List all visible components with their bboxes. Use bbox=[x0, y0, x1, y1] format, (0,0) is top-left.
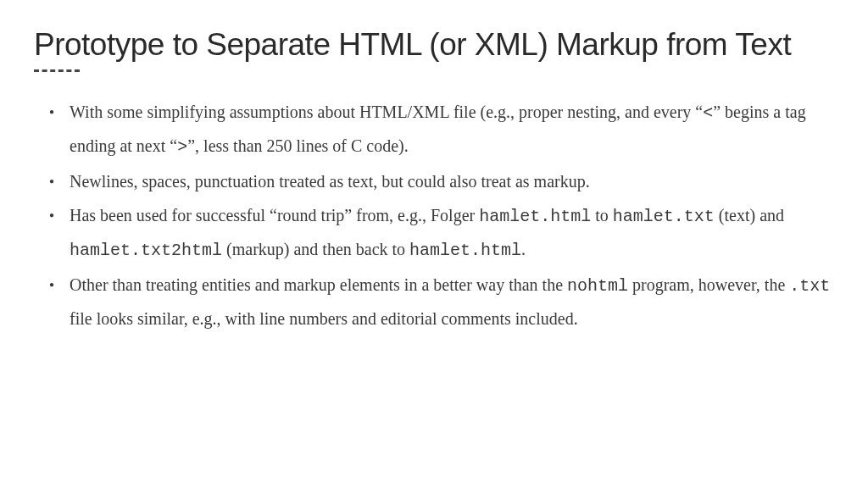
bullet-text: to bbox=[591, 206, 613, 225]
code-lt: < bbox=[703, 103, 713, 123]
bullet-text: file looks similar, e.g., with line numb… bbox=[70, 309, 578, 328]
bullet-text: (markup) and then back to bbox=[222, 240, 409, 258]
code-hamlet-txt: hamlet.txt bbox=[613, 207, 715, 226]
bullet-text: With some simplifying assumptions about … bbox=[70, 103, 703, 121]
bullet-list: With some simplifying assumptions about … bbox=[34, 96, 834, 335]
list-item: With some simplifying assumptions about … bbox=[70, 96, 834, 164]
bullet-text: . bbox=[521, 240, 526, 258]
title-underline bbox=[34, 69, 80, 72]
bullet-text: Other than treating entities and markup … bbox=[70, 275, 567, 294]
code-hamlet-html: hamlet.html bbox=[479, 207, 591, 226]
list-item: Has been used for successful “round trip… bbox=[70, 199, 834, 267]
code-hamlet-html-2: hamlet.html bbox=[409, 241, 521, 260]
code-txt-ext: .txt bbox=[789, 276, 830, 296]
list-item: Newlines, spaces, punctuation treated as… bbox=[70, 165, 834, 197]
slide-title: Prototype to Separate HTML (or XML) Mark… bbox=[34, 27, 834, 63]
list-item: Other than treating entities and markup … bbox=[70, 269, 834, 335]
code-nohtml: nohtml bbox=[567, 276, 628, 296]
bullet-text: ”, less than 250 lines of C code). bbox=[187, 136, 409, 155]
bullet-text: (text) and bbox=[715, 206, 784, 225]
bullet-text: Has been used for successful “round trip… bbox=[70, 206, 479, 225]
code-hamlet-txt2html: hamlet.txt2html bbox=[70, 241, 222, 260]
bullet-text: Newlines, spaces, punctuation treated as… bbox=[70, 172, 590, 191]
code-gt: > bbox=[177, 137, 187, 157]
bullet-text: program, however, the bbox=[628, 275, 789, 294]
